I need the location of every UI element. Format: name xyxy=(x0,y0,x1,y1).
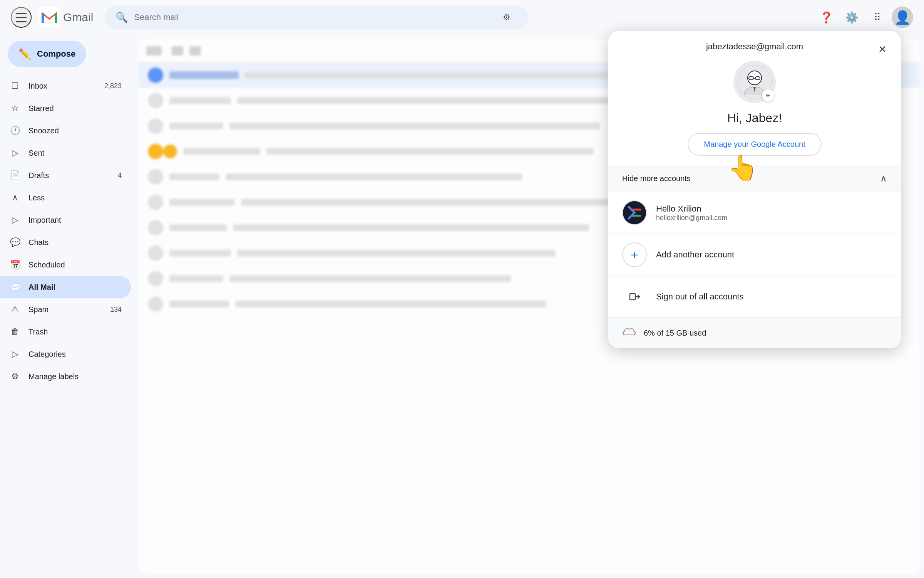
other-account-avatar xyxy=(622,200,647,225)
account-dropdown: jabeztadesse@gmail.com ✕ ✏ xyxy=(608,31,901,348)
avatar xyxy=(148,220,163,235)
sidebar-item-categories[interactable]: ▷ Categories xyxy=(0,343,131,365)
manage-account-button[interactable]: Manage your Google Account xyxy=(688,133,822,156)
manage-labels-label: Manage labels xyxy=(28,372,122,381)
apps-icon: ⠿ xyxy=(874,12,881,24)
sidebar-item-trash[interactable]: 🗑 Trash xyxy=(0,321,131,343)
xrilion-logo-icon xyxy=(623,201,646,224)
settings-button[interactable]: ⚙️ xyxy=(841,7,862,28)
spam-icon: ⚠ xyxy=(9,304,21,314)
other-account-info: Hello Xrilion helloxrilion@gmail.com xyxy=(656,204,887,222)
all-mail-icon: ✉️ xyxy=(9,282,21,292)
inbox-label: Inbox xyxy=(28,82,97,91)
avatar xyxy=(148,169,163,185)
add-account-icon: ＋ xyxy=(622,242,647,267)
other-account-item[interactable]: Hello Xrilion helloxrilion@gmail.com xyxy=(608,192,901,234)
compose-icon: ✏️ xyxy=(18,48,31,60)
svg-rect-1 xyxy=(42,13,44,23)
account-greeting: Hi, Jabez! xyxy=(608,109,901,133)
help-button[interactable]: ❓ xyxy=(815,7,837,28)
filter-button[interactable]: ⚙ xyxy=(496,7,517,28)
trash-icon: 🗑 xyxy=(9,327,21,337)
close-dropdown-button[interactable]: ✕ xyxy=(873,40,892,59)
hide-accounts-label: Hide more accounts xyxy=(622,174,691,183)
help-icon: ❓ xyxy=(820,11,833,24)
inbox-icon: ☐ xyxy=(9,81,21,91)
scheduled-label: Scheduled xyxy=(28,260,122,269)
dropdown-avatar: ✏ xyxy=(733,61,776,103)
sidebar-item-scheduled[interactable]: 📅 Scheduled xyxy=(0,254,131,276)
svg-rect-2 xyxy=(55,13,57,23)
edit-icon: ✏ xyxy=(766,92,770,99)
dropdown-header: jabeztadesse@gmail.com ✕ xyxy=(608,31,901,52)
sidebar-item-snoozed[interactable]: 🕐 Snoozed xyxy=(0,119,131,142)
sidebar-item-less[interactable]: ∧ Less xyxy=(0,187,131,209)
search-bar[interactable]: 🔍 ⚙ xyxy=(105,6,528,29)
starred-icon: ☆ xyxy=(9,103,21,113)
search-input[interactable] xyxy=(134,12,490,22)
compose-button[interactable]: ✏️ Compose xyxy=(8,41,86,67)
sidebar-item-starred[interactable]: ☆ Starred xyxy=(0,97,131,119)
avatar xyxy=(148,271,163,286)
less-icon: ∧ xyxy=(9,193,21,203)
sidebar-item-inbox[interactable]: ☐ Inbox 2,823 xyxy=(0,75,131,97)
account-avatar-button[interactable]: 👤 xyxy=(892,7,913,28)
logo-area: Gmail xyxy=(39,7,93,27)
starred-label: Starred xyxy=(28,104,122,113)
avatar xyxy=(148,67,163,83)
apps-button[interactable]: ⠿ xyxy=(866,7,888,28)
scheduled-icon: 📅 xyxy=(9,260,21,270)
signout-row[interactable]: Sign out of all accounts xyxy=(608,276,901,318)
app-name-label: Gmail xyxy=(63,11,93,24)
snoozed-label: Snoozed xyxy=(28,126,122,135)
avatar xyxy=(148,245,163,261)
sent-label: Sent xyxy=(28,149,122,158)
signout-label: Sign out of all accounts xyxy=(656,292,743,302)
avatar xyxy=(148,144,163,159)
compose-label: Compose xyxy=(37,49,75,59)
hide-accounts-row[interactable]: Hide more accounts ∧ xyxy=(608,165,901,192)
sidebar-item-all-mail[interactable]: ✉️ All Mail xyxy=(0,276,131,298)
inbox-count: 2,823 xyxy=(104,82,122,90)
signout-icon xyxy=(622,284,647,309)
menu-button[interactable] xyxy=(11,7,32,28)
spam-label: Spam xyxy=(28,305,102,314)
sidebar-item-important[interactable]: ▷ Important xyxy=(0,209,131,231)
chevron-up-icon: ∧ xyxy=(880,173,887,184)
settings-icon: ⚙️ xyxy=(845,11,859,24)
sent-icon: ▷ xyxy=(9,148,21,158)
svg-rect-9 xyxy=(630,294,635,300)
avatar xyxy=(148,93,163,108)
sidebar-item-sent[interactable]: ▷ Sent xyxy=(0,142,131,164)
gmail-logo-icon xyxy=(39,7,59,27)
topbar-icons: ❓ ⚙️ ⠿ 👤 xyxy=(815,7,913,28)
all-mail-label: All Mail xyxy=(28,283,122,292)
sidebar-item-drafts[interactable]: 📄 Drafts 4 xyxy=(0,164,131,187)
snoozed-icon: 🕐 xyxy=(9,126,21,136)
add-account-row[interactable]: ＋ Add another account xyxy=(608,234,901,276)
categories-label: Categories xyxy=(28,350,122,359)
sidebar-item-chats[interactable]: 💬 Chats xyxy=(0,231,131,254)
dropdown-avatar-area: ✏ xyxy=(608,52,901,109)
search-icon: 🔍 xyxy=(116,12,128,24)
account-email: jabeztadesse@gmail.com xyxy=(706,42,803,52)
drafts-label: Drafts xyxy=(28,171,110,180)
storage-row: 6% of 15 GB used xyxy=(608,318,901,348)
drafts-icon: 📄 xyxy=(9,170,21,180)
important-label: Important xyxy=(28,216,122,225)
avatar xyxy=(148,195,163,210)
avatar xyxy=(148,296,163,312)
user-avatar-icon: 👤 xyxy=(894,10,911,25)
sidebar-item-spam[interactable]: ⚠ Spam 134 xyxy=(0,298,131,321)
sidebar: ✏️ Compose ☐ Inbox 2,823 ☆ Starred 🕐 Sno… xyxy=(0,35,139,578)
categories-icon: ▷ xyxy=(9,349,21,359)
sidebar-item-manage-labels[interactable]: ⚙ Manage labels xyxy=(0,365,131,388)
chats-label: Chats xyxy=(28,238,122,247)
avatar xyxy=(163,144,177,158)
drafts-count: 4 xyxy=(118,171,122,180)
edit-avatar-button[interactable]: ✏ xyxy=(762,89,774,102)
storage-text: 6% of 15 GB used xyxy=(644,329,706,338)
manage-labels-icon: ⚙ xyxy=(9,371,21,381)
important-icon: ▷ xyxy=(9,215,21,225)
other-account-name: Hello Xrilion xyxy=(656,204,887,214)
